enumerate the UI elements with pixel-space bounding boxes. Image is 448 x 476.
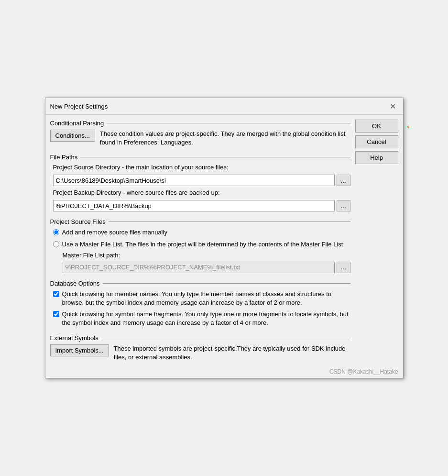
radio-masterfile-row: Use a Master File List. The files in the… xyxy=(53,240,350,249)
checkbox-symbol-fragments-row: Quick browsing for symbol name fragments… xyxy=(53,310,350,327)
dialog-body: Conditional Parsing Conditions... These … xyxy=(45,115,403,366)
watermark: CSDN @Kakashi__Hatake xyxy=(45,366,403,378)
backup-dir-input[interactable] xyxy=(53,200,335,211)
side-buttons: OK ← Cancel Help xyxy=(355,120,398,362)
checkbox-member-names[interactable] xyxy=(53,291,59,297)
external-symbols-header: External Symbols xyxy=(50,334,350,342)
master-file-browse-button[interactable]: ... xyxy=(337,262,350,273)
help-button[interactable]: Help xyxy=(355,151,398,164)
dialog-title: New Project Settings xyxy=(50,103,108,110)
import-symbols-button[interactable]: Import Symbols... xyxy=(50,344,109,356)
backup-dir-label: Project Backup Directory - where source … xyxy=(53,189,350,196)
checkbox-member-names-label: Quick browsing for member names. You onl… xyxy=(62,290,350,307)
conditional-parsing-header: Conditional Parsing xyxy=(50,120,350,127)
external-symbols-body: Import Symbols... These imported symbols… xyxy=(50,344,350,362)
master-file-row: ... xyxy=(63,262,350,273)
checkbox-symbol-fragments[interactable] xyxy=(53,311,59,317)
cancel-button[interactable]: Cancel xyxy=(355,135,398,148)
radio-manual-label: Add and remove source files manually xyxy=(62,228,167,237)
radio-masterfile[interactable] xyxy=(53,241,59,247)
checkbox-symbol-fragments-label: Quick browsing for symbol name fragments… xyxy=(62,310,350,327)
project-source-files-header: Project Source Files xyxy=(50,218,350,225)
master-file-input[interactable] xyxy=(63,262,335,273)
close-button[interactable]: ✕ xyxy=(388,101,398,111)
project-source-files-section: Project Source Files Add and remove sour… xyxy=(50,218,350,273)
database-options-header: Database Options xyxy=(50,280,350,287)
project-source-files-body: Add and remove source files manually Use… xyxy=(50,228,350,273)
radio-manual-row: Add and remove source files manually xyxy=(53,228,350,237)
source-dir-label: Project Source Directory - the main loca… xyxy=(53,164,350,171)
conditional-parsing-section: Conditional Parsing Conditions... These … xyxy=(50,120,350,147)
dialog-window: New Project Settings ✕ Conditional Parsi… xyxy=(45,98,404,378)
radio-manual[interactable] xyxy=(53,229,59,235)
ok-button[interactable]: OK xyxy=(355,120,398,133)
external-symbols-desc: These imported symbols are project-speci… xyxy=(114,344,350,362)
file-paths-header: File Paths xyxy=(50,154,350,161)
master-file-section: Master File List path: ... xyxy=(53,252,350,273)
conditions-button[interactable]: Conditions... xyxy=(50,130,95,142)
file-paths-body: Project Source Directory - the main loca… xyxy=(50,164,350,211)
database-options-body: Quick browsing for member names. You onl… xyxy=(50,290,350,328)
ok-arrow-indicator: ← xyxy=(405,121,415,132)
title-bar: New Project Settings ✕ xyxy=(45,98,403,115)
master-file-path-label: Master File List path: xyxy=(63,252,350,259)
database-options-section: Database Options Quick browsing for memb… xyxy=(50,280,350,328)
checkbox-member-names-row: Quick browsing for member names. You onl… xyxy=(53,290,350,307)
file-paths-section: File Paths Project Source Directory - th… xyxy=(50,154,350,211)
conditional-parsing-desc: These condition values are project-speci… xyxy=(100,130,350,147)
radio-masterfile-label: Use a Master File List. The files in the… xyxy=(62,240,345,249)
backup-dir-row: ... xyxy=(53,200,350,211)
ok-wrapper: OK ← xyxy=(355,120,398,133)
external-symbols-section: External Symbols Import Symbols... These… xyxy=(50,334,350,362)
backup-dir-browse-button[interactable]: ... xyxy=(337,200,350,211)
source-dir-row: ... xyxy=(53,175,350,186)
source-dir-browse-button[interactable]: ... xyxy=(337,175,350,186)
source-dir-input[interactable] xyxy=(53,175,335,186)
conditions-row: Conditions... These condition values are… xyxy=(50,130,350,147)
main-content: Conditional Parsing Conditions... These … xyxy=(50,120,350,362)
